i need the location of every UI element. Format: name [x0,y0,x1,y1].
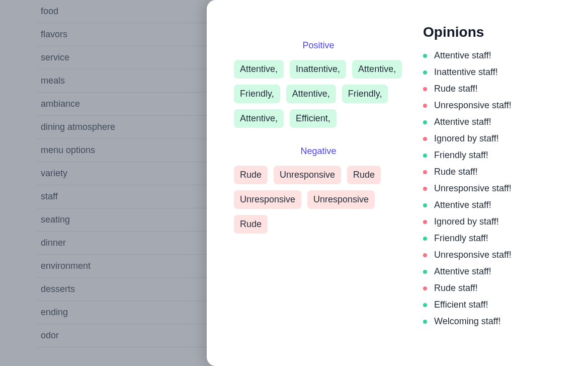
opinion-item[interactable]: Attentive staff! [423,50,564,61]
positive-dot-icon [423,120,427,124]
positive-tag[interactable]: Inattentive, [290,60,346,79]
positive-tag[interactable]: Attentive, [286,85,336,103]
opinion-item[interactable]: Attentive staff! [423,266,564,277]
opinion-item[interactable]: Attentive staff! [423,200,564,210]
positive-section-title: Positive [234,40,403,51]
opinion-text: Rude staff! [434,167,478,177]
negative-dot-icon [423,253,427,257]
opinion-text: Rude staff! [434,283,478,294]
negative-dot-icon [423,170,427,174]
opinions-title: Opinions [423,24,564,40]
opinion-item[interactable]: Friendly staff! [423,233,564,244]
negative-dot-icon [423,137,427,141]
positive-tag[interactable]: Friendly, [342,85,388,103]
positive-tags: Attentive,Inattentive,Attentive,Friendly… [234,60,403,128]
opinion-text: Inattentive staff! [434,67,498,78]
positive-dot-icon [423,303,427,307]
negative-dot-icon [423,87,427,91]
tags-area: Positive Attentive,Inattentive,Attentive… [234,16,403,350]
positive-tag[interactable]: Attentive, [234,60,284,79]
opinion-text: Friendly staff! [434,150,488,161]
positive-dot-icon [423,154,427,158]
opinion-item[interactable]: Inattentive staff! [423,67,564,78]
opinion-text: Unresponsive staff! [434,100,512,111]
negative-tag[interactable]: Rude [234,215,268,234]
opinion-item[interactable]: Rude staff! [423,167,564,177]
negative-dot-icon [423,187,427,191]
opinion-item[interactable]: Welcoming staff! [423,316,564,327]
opinion-text: Attentive staff! [434,50,491,61]
opinion-text: Rude staff! [434,84,478,94]
opinion-text: Ignored by staff! [434,133,499,144]
positive-tag[interactable]: Friendly, [234,85,280,103]
negative-dot-icon [423,286,427,290]
positive-dot-icon [423,54,427,58]
opinion-item[interactable]: Unresponsive staff! [423,100,564,111]
negative-tag[interactable]: Unresponsive [274,166,341,184]
positive-dot-icon [423,320,427,324]
opinion-item[interactable]: Rude staff! [423,283,564,294]
opinion-text: Welcoming staff! [434,316,500,327]
opinion-item[interactable]: Ignored by staff! [423,216,564,227]
opinion-text: Attentive staff! [434,117,491,127]
negative-tags: RudeUnresponsiveRudeUnresponsiveUnrespon… [234,166,403,234]
negative-section-title: Negative [234,146,403,157]
opinion-item[interactable]: Rude staff! [423,84,564,94]
positive-dot-icon [423,70,427,75]
opinion-text: Friendly staff! [434,233,488,244]
positive-dot-icon [423,270,427,274]
opinion-item[interactable]: Ignored by staff! [423,133,564,144]
positive-tag[interactable]: Attentive, [352,60,402,79]
detail-panel: Positive Attentive,Inattentive,Attentive… [207,0,588,366]
opinion-item[interactable]: Unresponsive staff! [423,250,564,260]
opinion-item[interactable]: Efficient staff! [423,300,564,310]
opinion-text: Ignored by staff! [434,216,499,227]
negative-tag[interactable]: Rude [347,166,381,184]
negative-dot-icon [423,220,427,224]
positive-tag[interactable]: Attentive, [234,109,284,128]
opinions-area: Opinions Attentive staff!Inattentive sta… [423,16,564,350]
negative-tag[interactable]: Unresponsive [307,190,375,209]
opinion-item[interactable]: Friendly staff! [423,150,564,161]
negative-tag[interactable]: Unresponsive [234,190,301,209]
opinion-text: Unresponsive staff! [434,183,512,194]
opinion-text: Efficient staff! [434,300,488,310]
positive-dot-icon [423,203,427,207]
negative-dot-icon [423,104,427,108]
opinion-text: Attentive staff! [434,200,491,210]
positive-tag[interactable]: Efficient, [290,109,337,128]
positive-dot-icon [423,237,427,241]
negative-tag[interactable]: Rude [234,166,268,184]
opinion-item[interactable]: Unresponsive staff! [423,183,564,194]
opinions-list: Attentive staff!Inattentive staff!Rude s… [423,50,564,327]
opinion-item[interactable]: Attentive staff! [423,117,564,127]
opinion-text: Attentive staff! [434,266,491,277]
opinion-text: Unresponsive staff! [434,250,512,260]
